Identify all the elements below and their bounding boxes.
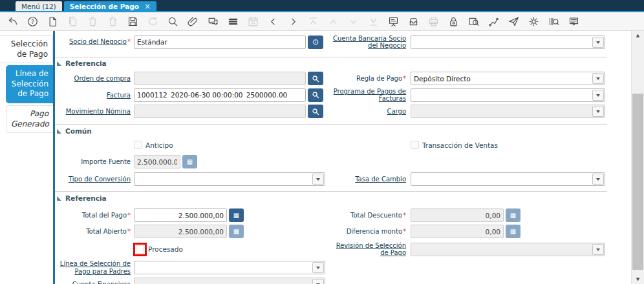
chevron-down-icon[interactable] [592, 73, 604, 84]
tab-window-label: Selección de Pago [70, 3, 139, 10]
main-area: Selección de PagoLínea de Selección de P… [0, 31, 644, 284]
chat-icon[interactable] [207, 15, 219, 28]
movimiento-nomina-input [134, 105, 306, 118]
business-partner-record-button[interactable]: ⊙ [308, 36, 323, 49]
sidebar-tab-linea-de-seleccion-de-pago[interactable]: Línea de Selección de Pago [6, 65, 53, 103]
tasa-cambio-combo[interactable] [411, 172, 605, 186]
chevron-down-icon[interactable] [312, 174, 324, 185]
calculator-icon: ▦ [187, 158, 193, 166]
tipo-conversion-label[interactable]: Tipo de Conversión [55, 176, 131, 183]
chevron-down-icon[interactable] [592, 90, 604, 101]
total-del-pago-input[interactable] [134, 208, 227, 222]
linea-seleccion-padres-label[interactable]: Línea de Selección de Pago para Padres [55, 260, 131, 274]
sidebar-tab-seleccion-de-pago[interactable]: Selección de Pago [0, 36, 53, 63]
archive-icon[interactable] [407, 15, 420, 28]
chevron-down-icon[interactable] [312, 262, 324, 273]
movimiento-nomina-search-button[interactable] [308, 105, 323, 118]
total-descuento-calculator-button: ▦ [506, 208, 521, 222]
section-header-referencia[interactable]: Referencia [57, 59, 631, 67]
diferencia-monto-calculator-button: ▦ [506, 225, 521, 238]
orden-de-compra-label[interactable]: Orden de compra [55, 75, 131, 82]
chevron-down-icon [592, 244, 604, 255]
regla-de-pago-combo[interactable]: Depósito Directo [411, 72, 605, 85]
close-icon[interactable]: × [144, 3, 151, 10]
red-highlight-annotation [133, 243, 147, 256]
workflow-icon[interactable] [488, 15, 500, 28]
section-header-referencia-2[interactable]: Referencia [57, 194, 631, 202]
chevron-down-icon[interactable] [592, 37, 604, 48]
programa-pagos-combo[interactable] [411, 88, 605, 102]
scrollbar-thumb[interactable] [632, 94, 643, 270]
field-row: Procesado Revisión de Selección de Pago [55, 241, 631, 258]
field-row: Socio del Negocio ⊙ Cuenta Bancaria Soci… [55, 35, 631, 49]
lock-icon[interactable] [447, 15, 460, 28]
report-icon[interactable] [387, 15, 400, 28]
orden-de-compra-search-button[interactable] [308, 72, 323, 85]
preferences-icon[interactable] [528, 15, 540, 28]
importe-fuente-input [134, 155, 180, 168]
window-help-icon[interactable] [568, 15, 580, 28]
field-row: Tipo de Conversión Tasa de Cambio [55, 172, 631, 186]
calculator-icon: ▦ [510, 228, 516, 236]
scrollbar-track[interactable] [632, 40, 644, 275]
undo-icon[interactable] [6, 15, 19, 28]
chevron-down-icon[interactable] [592, 174, 604, 185]
tab-menu-label: Menú (12) [21, 3, 56, 10]
diferencia-monto-input [411, 225, 504, 238]
total-del-pago-calculator-button[interactable]: ▦ [229, 208, 244, 222]
new-record-icon[interactable] [47, 15, 59, 28]
diferencia-monto-label: Diferencia monto [332, 228, 406, 235]
help-icon[interactable]: ? [27, 15, 39, 28]
detail-record-icon[interactable] [287, 15, 299, 28]
tipo-conversion-combo[interactable] [134, 172, 325, 186]
factura-search-button[interactable] [308, 88, 323, 102]
socio-del-negocio-label[interactable]: Socio del Negocio [55, 38, 131, 45]
cargo-label[interactable]: Cargo [332, 108, 406, 115]
calculator-icon: ▦ [233, 228, 239, 236]
grid-toggle-icon[interactable] [227, 15, 239, 28]
total-descuento-label: Total Descuento [332, 212, 406, 219]
section-separator [55, 124, 607, 125]
socio-del-negocio-input[interactable] [134, 36, 306, 49]
section-header-comun[interactable]: Común [57, 127, 631, 135]
delete-record-icon [87, 15, 99, 28]
cuenta-bancaria-label[interactable]: Cuenta Bancaria Socio del Negocio [332, 35, 406, 49]
linea-seleccion-padres-combo[interactable] [134, 261, 325, 274]
field-row: Total del Pago ▦ Total Descuento ▦ [55, 208, 631, 222]
find-icon[interactable] [167, 15, 179, 28]
attachment-icon[interactable] [187, 15, 199, 28]
factura-label[interactable]: Factura [55, 92, 131, 99]
field-row: Orden de compra Regla de Pago Depósito D… [55, 72, 631, 85]
sidebar-tab-pago-generado[interactable]: Pago Generado [6, 105, 53, 133]
save-icon[interactable] [127, 15, 139, 28]
vertical-scrollbar[interactable]: ▲ ▼ [631, 31, 644, 284]
last-record-icon [367, 15, 380, 28]
total-abierto-calculator-button: ▦ [229, 225, 244, 238]
cuenta-bancaria-combo[interactable] [411, 36, 605, 49]
field-row: Línea de Selección de Pago para Padres [55, 260, 631, 274]
product-info-icon[interactable] [548, 15, 560, 28]
tab-seleccion-de-pago[interactable]: Selección de Pago × [64, 1, 156, 11]
total-descuento-input [411, 208, 504, 222]
requests-icon[interactable] [508, 15, 520, 28]
zoom-across-icon[interactable] [467, 15, 480, 28]
factura-input[interactable] [134, 88, 306, 102]
cuenta-financiera-label[interactable]: Cuenta Financiera [55, 281, 131, 284]
transaccion-ventas-checkbox[interactable] [411, 141, 419, 149]
programa-pagos-label[interactable]: Programa de Pagos de Facturas [332, 88, 406, 102]
scroll-up-arrow[interactable]: ▲ [632, 31, 644, 40]
procesado-checkbox[interactable] [136, 245, 144, 254]
tasa-cambio-label[interactable]: Tasa de Cambio [332, 176, 406, 183]
collapse-triangle-icon [57, 61, 61, 66]
parent-record-icon[interactable] [267, 15, 279, 28]
revision-seleccion-label[interactable]: Revisión de Selección de Pago [332, 242, 406, 256]
movimiento-nomina-label[interactable]: Movimiento Nómina [55, 108, 131, 115]
anticipo-checkbox[interactable] [134, 141, 142, 149]
search-icon [312, 91, 319, 99]
tab-menu[interactable]: Menú (12) [16, 1, 62, 11]
cuenta-financiera-combo [134, 278, 325, 284]
scroll-down-arrow[interactable]: ▼ [632, 275, 644, 284]
copy-record-icon [67, 15, 79, 28]
previous-record-icon [327, 15, 339, 28]
field-row: Importe Fuente ▦ [55, 155, 631, 168]
